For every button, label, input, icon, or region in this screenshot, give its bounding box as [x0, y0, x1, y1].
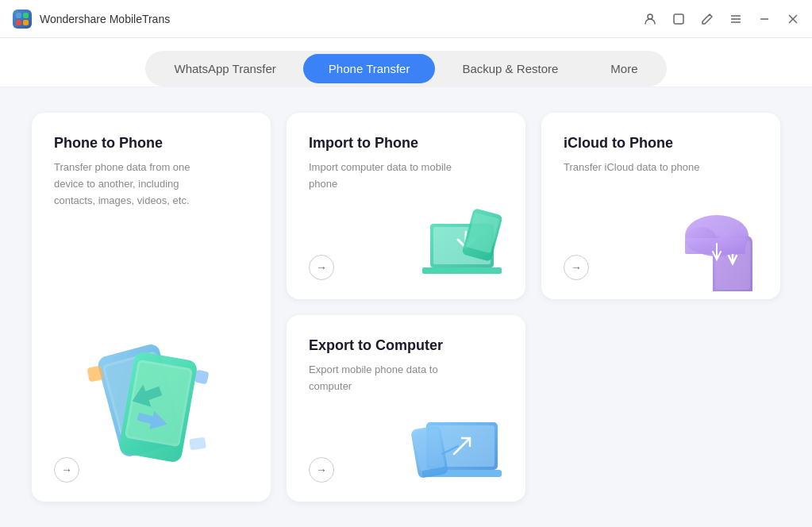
- card-icloud-arrow[interactable]: →: [564, 255, 589, 280]
- svg-rect-1: [23, 13, 29, 18]
- title-bar-controls: [644, 13, 799, 25]
- card-export-desc: Export mobile phone data to computer: [309, 362, 468, 395]
- card-import-title: Import to Phone: [309, 135, 503, 152]
- card-icloud-title: iCloud to Phone: [564, 135, 758, 152]
- card-import-arrow[interactable]: →: [309, 255, 334, 280]
- tab-backup-restore[interactable]: Backup & Restore: [437, 54, 583, 83]
- card-icloud-to-phone[interactable]: iCloud to Phone Transfer iCloud data to …: [541, 113, 780, 299]
- phones-illustration: [72, 327, 231, 486]
- svg-rect-0: [16, 13, 21, 18]
- card-import-desc: Import computer data to mobile phone: [309, 160, 468, 193]
- tab-whatsapp[interactable]: WhatsApp Transfer: [148, 54, 301, 83]
- card-export-to-computer[interactable]: Export to Computer Export mobile phone d…: [287, 315, 525, 502]
- svg-rect-20: [189, 437, 206, 451]
- tab-phone-transfer[interactable]: Phone Transfer: [303, 54, 436, 83]
- app-icon: [13, 10, 32, 29]
- svg-rect-26: [466, 213, 500, 254]
- title-bar: Wondershare MobileTrans: [0, 0, 812, 38]
- square-icon[interactable]: [672, 13, 685, 25]
- card-phone-to-phone[interactable]: Phone to Phone Transfer phone data from …: [32, 113, 271, 502]
- svg-rect-18: [87, 366, 103, 383]
- nav-tabs: WhatsApp Transfer Phone Transfer Backup …: [145, 51, 666, 87]
- person-icon[interactable]: [644, 13, 656, 25]
- card-export-arrow[interactable]: →: [309, 457, 334, 483]
- export-illustration: [406, 398, 518, 494]
- svg-rect-23: [422, 267, 502, 274]
- svg-rect-5: [674, 14, 683, 24]
- card-icloud-desc: Transfer iCloud data to phone: [564, 160, 722, 176]
- menu-icon[interactable]: [729, 13, 742, 25]
- icloud-illustration: [669, 204, 772, 291]
- svg-point-4: [648, 14, 652, 19]
- app-name: Wondershare MobileTrans: [40, 13, 170, 25]
- pencil-icon[interactable]: [701, 13, 714, 25]
- minimize-icon[interactable]: [758, 13, 771, 25]
- card-export-title: Export to Computer: [309, 337, 503, 354]
- import-illustration: [414, 204, 518, 291]
- card-phone-to-phone-title: Phone to Phone: [54, 135, 248, 152]
- card-import-to-phone[interactable]: Import to Phone Import computer data to …: [287, 113, 525, 299]
- card-phone-to-phone-arrow[interactable]: →: [54, 457, 79, 483]
- tab-more[interactable]: More: [585, 54, 663, 83]
- svg-rect-33: [685, 238, 745, 254]
- main-content: Phone to Phone Transfer phone data from …: [0, 87, 812, 527]
- svg-rect-2: [16, 20, 21, 25]
- svg-rect-3: [23, 20, 29, 25]
- card-phone-to-phone-desc: Transfer phone data from one device to a…: [54, 160, 213, 209]
- nav-bar: WhatsApp Transfer Phone Transfer Backup …: [0, 38, 812, 87]
- title-bar-left: Wondershare MobileTrans: [13, 10, 170, 29]
- close-icon[interactable]: [787, 13, 799, 25]
